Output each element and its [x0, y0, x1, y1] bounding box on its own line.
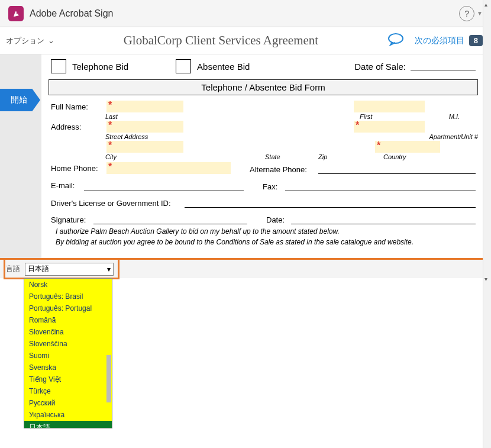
bid-type-row: Telephone Bid Absentee Bid Date of Sale:: [49, 58, 478, 78]
full-name-label: Full Name:: [51, 102, 103, 112]
home-phone-label: Home Phone:: [51, 164, 103, 174]
language-option[interactable]: Slovenčina: [24, 326, 112, 338]
absentee-bid-label: Absentee Bid: [197, 62, 250, 72]
street-field[interactable]: *: [106, 121, 183, 133]
sub-street: Street Address: [105, 133, 224, 140]
form-header: Telephone / Absentee Bid Form: [49, 79, 478, 95]
sub-mi: M.I.: [431, 113, 478, 120]
inner-scrollbar-artifact: [106, 355, 111, 402]
acrobat-sign-logo-icon: [8, 6, 24, 21]
language-option[interactable]: Português: Brasil: [24, 291, 112, 302]
absentee-bid-checkbox[interactable]: [176, 59, 191, 73]
city-field[interactable]: *: [106, 141, 183, 153]
language-option[interactable]: Svenska: [24, 362, 112, 373]
language-option[interactable]: Tiếng Việt: [24, 373, 112, 385]
next-required-label: 次の必須項目: [415, 36, 464, 46]
language-option[interactable]: Português: Portugal: [24, 302, 112, 314]
window-scrollbar[interactable]: [483, 0, 491, 448]
sub-last: Last: [105, 113, 182, 120]
sub-zip: Zip: [318, 153, 383, 160]
email-field[interactable]: [84, 182, 244, 191]
dl-label: Driver's License or Government ID:: [51, 199, 181, 208]
language-select[interactable]: 日本語 ▾: [25, 263, 114, 276]
document-viewer: 開始 Telephone Bid Absentee Bid Date of Sa…: [0, 54, 483, 275]
options-menu[interactable]: オプション ⌄: [6, 36, 54, 46]
language-option[interactable]: Українська: [24, 409, 112, 421]
dl-field[interactable]: [185, 198, 476, 208]
sub-state: State: [265, 153, 318, 160]
first-name-field[interactable]: [354, 101, 425, 112]
apt-field[interactable]: *: [354, 121, 425, 133]
app-header: Adobe Acrobat Sign ? ▼: [0, 0, 491, 27]
options-label: オプション: [6, 36, 44, 46]
alt-phone-field[interactable]: [318, 165, 476, 174]
fax-field[interactable]: [285, 182, 476, 191]
sub-country: Country: [383, 153, 478, 160]
last-name-field[interactable]: *: [106, 101, 183, 112]
document-toolbar: オプション ⌄ GlobalCorp Client Services Agree…: [0, 27, 491, 54]
svg-point-0: [389, 34, 403, 43]
alt-phone-label: Alternate Phone:: [250, 165, 315, 174]
required-count-badge: 8: [469, 35, 483, 46]
help-icon[interactable]: ?: [459, 6, 474, 21]
date-label: Date:: [266, 215, 288, 224]
language-option[interactable]: 日本語: [24, 421, 112, 428]
start-tab[interactable]: 開始: [0, 89, 40, 111]
signature-label: Signature:: [51, 215, 90, 224]
document-title: GlobalCorp Client Services Agreement: [54, 33, 387, 48]
email-label: E-mail:: [51, 181, 80, 191]
language-option[interactable]: Suomi: [24, 350, 112, 362]
auth-line-2: By bidding at auction you agree to be bo…: [49, 236, 478, 246]
language-option[interactable]: Русский: [24, 397, 112, 409]
next-required-link[interactable]: 次の必須項目 8: [415, 35, 483, 46]
language-dropdown[interactable]: NorskPortuguês: BrasilPortuguês: Portuga…: [24, 278, 112, 428]
document-page: Telephone Bid Absentee Bid Date of Sale:…: [41, 54, 483, 275]
date-field[interactable]: [291, 215, 476, 224]
date-of-sale-label: Date of Sale:: [354, 62, 406, 72]
chevron-down-icon: ⌄: [48, 36, 54, 45]
telephone-bid-checkbox[interactable]: [51, 59, 66, 73]
app-title: Adobe Acrobat Sign: [30, 8, 113, 19]
fax-label: Fax:: [263, 182, 282, 191]
comment-icon[interactable]: [387, 33, 404, 48]
address-label: Address:: [51, 123, 103, 133]
sub-first: First: [360, 113, 431, 120]
telephone-bid-label: Telephone Bid: [72, 62, 128, 72]
auth-line-1: I authorize Palm Beach Auction Gallery t…: [49, 225, 478, 236]
language-option[interactable]: Română: [24, 314, 112, 326]
help-dropdown-caret-icon[interactable]: ▼: [477, 10, 483, 17]
footer-bar: 言語 日本語 ▾: [0, 258, 483, 278]
language-option[interactable]: Slovenščina: [24, 338, 112, 350]
sub-city: City: [105, 153, 182, 160]
signature-field[interactable]: [93, 215, 247, 224]
language-option[interactable]: Norsk: [24, 279, 112, 291]
zip-field[interactable]: *: [375, 141, 440, 153]
language-option[interactable]: Türkçe: [24, 385, 112, 397]
language-selected-value: 日本語: [28, 264, 49, 274]
chevron-down-icon: ▾: [107, 265, 111, 273]
language-label: 言語: [6, 264, 20, 274]
date-of-sale-field[interactable]: [411, 62, 476, 70]
sub-apt: Apartment/Unit #: [407, 133, 478, 140]
home-phone-field[interactable]: *: [106, 162, 231, 174]
